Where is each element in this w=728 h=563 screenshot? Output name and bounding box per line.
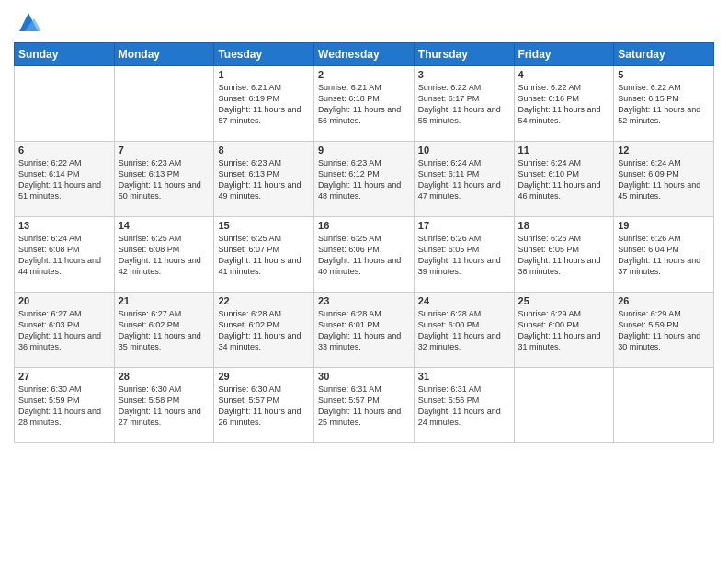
weekday-header-wednesday: Wednesday [314, 43, 415, 66]
day-number: 18 [518, 220, 610, 231]
calendar-cell: 27Sunrise: 6:30 AM Sunset: 5:59 PM Dayli… [15, 368, 115, 443]
calendar-cell [15, 66, 115, 142]
day-info: Sunrise: 6:24 AM Sunset: 6:09 PM Dayligh… [618, 157, 710, 202]
calendar-table: SundayMondayTuesdayWednesdayThursdayFrid… [14, 42, 714, 443]
day-info: Sunrise: 6:26 AM Sunset: 6:05 PM Dayligh… [418, 233, 510, 278]
day-info: Sunrise: 6:31 AM Sunset: 5:56 PM Dayligh… [418, 384, 510, 429]
week-row-1: 1Sunrise: 6:21 AM Sunset: 6:19 PM Daylig… [15, 66, 714, 142]
day-info: Sunrise: 6:29 AM Sunset: 5:59 PM Dayligh… [618, 308, 710, 353]
day-number: 17 [418, 220, 510, 231]
day-number: 11 [518, 144, 610, 155]
day-info: Sunrise: 6:26 AM Sunset: 6:05 PM Dayligh… [518, 233, 610, 278]
day-info: Sunrise: 6:22 AM Sunset: 6:14 PM Dayligh… [18, 157, 110, 202]
calendar-cell: 4Sunrise: 6:22 AM Sunset: 6:16 PM Daylig… [514, 66, 614, 142]
weekday-header-row: SundayMondayTuesdayWednesdayThursdayFrid… [15, 43, 714, 66]
day-number: 15 [218, 220, 310, 231]
calendar-cell: 20Sunrise: 6:27 AM Sunset: 6:03 PM Dayli… [15, 293, 115, 368]
day-number: 21 [119, 295, 210, 306]
day-number: 20 [18, 295, 110, 306]
calendar-cell: 2Sunrise: 6:21 AM Sunset: 6:18 PM Daylig… [314, 66, 415, 142]
header [14, 9, 714, 35]
week-row-5: 27Sunrise: 6:30 AM Sunset: 5:59 PM Dayli… [15, 368, 714, 443]
day-number: 22 [218, 295, 310, 306]
day-number: 16 [318, 220, 410, 231]
calendar-cell: 1Sunrise: 6:21 AM Sunset: 6:19 PM Daylig… [214, 66, 314, 142]
calendar-cell: 7Sunrise: 6:23 AM Sunset: 6:13 PM Daylig… [114, 142, 214, 217]
calendar-cell: 15Sunrise: 6:25 AM Sunset: 6:07 PM Dayli… [214, 217, 314, 293]
day-number: 30 [318, 371, 410, 382]
weekday-header-sunday: Sunday [15, 43, 115, 66]
day-number: 1 [218, 69, 310, 80]
day-number: 28 [119, 371, 210, 382]
calendar-cell: 12Sunrise: 6:24 AM Sunset: 6:09 PM Dayli… [614, 142, 714, 217]
day-info: Sunrise: 6:23 AM Sunset: 6:13 PM Dayligh… [218, 157, 310, 202]
day-info: Sunrise: 6:21 AM Sunset: 6:18 PM Dayligh… [318, 82, 410, 127]
calendar-cell: 19Sunrise: 6:26 AM Sunset: 6:04 PM Dayli… [614, 217, 714, 293]
day-info: Sunrise: 6:25 AM Sunset: 6:07 PM Dayligh… [218, 233, 310, 278]
calendar-cell: 30Sunrise: 6:31 AM Sunset: 5:57 PM Dayli… [314, 368, 415, 443]
day-info: Sunrise: 6:24 AM Sunset: 6:08 PM Dayligh… [18, 233, 110, 278]
page: SundayMondayTuesdayWednesdayThursdayFrid… [0, 0, 728, 563]
day-info: Sunrise: 6:26 AM Sunset: 6:04 PM Dayligh… [618, 233, 710, 278]
calendar-cell [114, 66, 214, 142]
calendar-cell: 11Sunrise: 6:24 AM Sunset: 6:10 PM Dayli… [514, 142, 614, 217]
calendar-cell: 6Sunrise: 6:22 AM Sunset: 6:14 PM Daylig… [15, 142, 115, 217]
day-info: Sunrise: 6:22 AM Sunset: 6:17 PM Dayligh… [418, 82, 510, 127]
day-info: Sunrise: 6:24 AM Sunset: 6:10 PM Dayligh… [518, 157, 610, 202]
calendar-cell: 18Sunrise: 6:26 AM Sunset: 6:05 PM Dayli… [514, 217, 614, 293]
day-info: Sunrise: 6:31 AM Sunset: 5:57 PM Dayligh… [318, 384, 410, 429]
weekday-header-tuesday: Tuesday [214, 43, 314, 66]
calendar-cell: 28Sunrise: 6:30 AM Sunset: 5:58 PM Dayli… [114, 368, 214, 443]
calendar-cell [514, 368, 614, 443]
calendar-cell: 26Sunrise: 6:29 AM Sunset: 5:59 PM Dayli… [614, 293, 714, 368]
day-info: Sunrise: 6:30 AM Sunset: 5:58 PM Dayligh… [119, 384, 210, 429]
calendar-cell: 14Sunrise: 6:25 AM Sunset: 6:08 PM Dayli… [114, 217, 214, 293]
day-info: Sunrise: 6:23 AM Sunset: 6:13 PM Dayligh… [119, 157, 210, 202]
day-number: 25 [518, 295, 610, 306]
day-number: 9 [318, 144, 410, 155]
weekday-header-saturday: Saturday [614, 43, 714, 66]
day-number: 4 [518, 69, 610, 80]
calendar-cell: 9Sunrise: 6:23 AM Sunset: 6:12 PM Daylig… [314, 142, 415, 217]
day-number: 2 [318, 69, 410, 80]
day-number: 26 [618, 295, 710, 306]
day-info: Sunrise: 6:24 AM Sunset: 6:11 PM Dayligh… [418, 157, 510, 202]
calendar-cell: 5Sunrise: 6:22 AM Sunset: 6:15 PM Daylig… [614, 66, 714, 142]
calendar-cell: 22Sunrise: 6:28 AM Sunset: 6:02 PM Dayli… [214, 293, 314, 368]
day-number: 7 [119, 144, 210, 155]
day-info: Sunrise: 6:27 AM Sunset: 6:02 PM Dayligh… [119, 308, 210, 353]
calendar-cell: 25Sunrise: 6:29 AM Sunset: 6:00 PM Dayli… [514, 293, 614, 368]
day-number: 27 [18, 371, 110, 382]
day-number: 5 [618, 69, 710, 80]
day-info: Sunrise: 6:28 AM Sunset: 6:01 PM Dayligh… [318, 308, 410, 353]
day-info: Sunrise: 6:22 AM Sunset: 6:15 PM Dayligh… [618, 82, 710, 127]
week-row-3: 13Sunrise: 6:24 AM Sunset: 6:08 PM Dayli… [15, 217, 714, 293]
day-info: Sunrise: 6:23 AM Sunset: 6:12 PM Dayligh… [318, 157, 410, 202]
calendar-cell: 13Sunrise: 6:24 AM Sunset: 6:08 PM Dayli… [15, 217, 115, 293]
day-info: Sunrise: 6:25 AM Sunset: 6:06 PM Dayligh… [318, 233, 410, 278]
day-number: 6 [18, 144, 110, 155]
week-row-2: 6Sunrise: 6:22 AM Sunset: 6:14 PM Daylig… [15, 142, 714, 217]
day-info: Sunrise: 6:30 AM Sunset: 5:59 PM Dayligh… [18, 384, 110, 429]
weekday-header-friday: Friday [514, 43, 614, 66]
day-number: 31 [418, 371, 510, 382]
day-number: 3 [418, 69, 510, 80]
day-number: 23 [318, 295, 410, 306]
day-number: 29 [218, 371, 310, 382]
day-info: Sunrise: 6:30 AM Sunset: 5:57 PM Dayligh… [218, 384, 310, 429]
day-number: 24 [418, 295, 510, 306]
calendar-cell: 8Sunrise: 6:23 AM Sunset: 6:13 PM Daylig… [214, 142, 314, 217]
week-row-4: 20Sunrise: 6:27 AM Sunset: 6:03 PM Dayli… [15, 293, 714, 368]
day-number: 8 [218, 144, 310, 155]
day-info: Sunrise: 6:27 AM Sunset: 6:03 PM Dayligh… [18, 308, 110, 353]
calendar-cell: 31Sunrise: 6:31 AM Sunset: 5:56 PM Dayli… [414, 368, 514, 443]
day-number: 10 [418, 144, 510, 155]
day-info: Sunrise: 6:28 AM Sunset: 6:02 PM Dayligh… [218, 308, 310, 353]
calendar-cell: 3Sunrise: 6:22 AM Sunset: 6:17 PM Daylig… [414, 66, 514, 142]
calendar-cell [614, 368, 714, 443]
calendar-cell: 17Sunrise: 6:26 AM Sunset: 6:05 PM Dayli… [414, 217, 514, 293]
day-info: Sunrise: 6:29 AM Sunset: 6:00 PM Dayligh… [518, 308, 610, 353]
weekday-header-thursday: Thursday [414, 43, 514, 66]
day-info: Sunrise: 6:22 AM Sunset: 6:16 PM Dayligh… [518, 82, 610, 127]
calendar-cell: 24Sunrise: 6:28 AM Sunset: 6:00 PM Dayli… [414, 293, 514, 368]
